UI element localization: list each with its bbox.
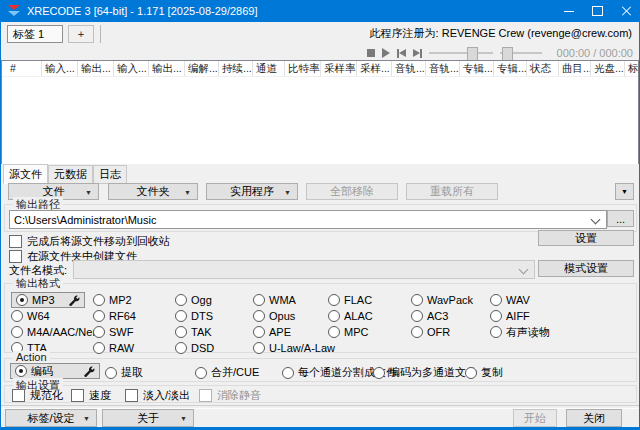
format-option-mp2[interactable]: MP2 [93,294,175,306]
format-option-wav[interactable]: WAV [490,294,550,306]
column-header[interactable]: 专辑... [494,61,527,76]
pattern-settings-button[interactable]: 模式设置 [538,260,634,277]
column-header[interactable]: 曲目... [559,61,591,76]
format-option-audiobook[interactable]: 有声读物 [490,325,550,340]
format-option-mp3[interactable]: MP3 [11,292,85,308]
column-header[interactable]: 输出... [149,61,185,76]
close-window-button[interactable]: 关闭 [566,409,622,427]
start-button[interactable]: 开始 [513,409,557,427]
format-option-wma[interactable]: WMA [253,294,328,306]
tab-log[interactable]: 日志 [93,165,127,184]
column-header[interactable]: 比特率 [285,61,321,76]
format-option-swf[interactable]: SWF [93,326,175,338]
utilities-button[interactable]: 实用程序▼ [206,183,298,200]
remove-all-button[interactable]: 全部移除 [306,183,398,200]
format-grid: MP3 MP2 Ogg WMA FLAC WavPack WAV W64 RF6… [11,292,550,356]
column-header[interactable]: 标题 [625,61,640,76]
tab-metadata[interactable]: 元数据 [48,165,93,184]
action-option-extract[interactable]: 提取 [105,365,143,380]
action-option-merge-cue[interactable]: 合并/CUE [195,365,259,380]
column-header[interactable]: 专辑... [460,61,494,76]
radio-icon [175,342,187,354]
slider-thumb[interactable] [467,47,478,61]
tab-label-1[interactable]: 标签 1 [7,25,63,43]
column-header[interactable]: 音轨... [426,61,460,76]
column-header[interactable]: # [2,61,42,76]
dropdown-arrow-icon: ▼ [184,188,191,195]
close-button[interactable] [612,0,640,22]
checkbox-icon [9,250,22,263]
format-option-aiff[interactable]: AIFF [490,310,550,322]
format-option-raw[interactable]: RAW [93,342,175,354]
add-tab-button[interactable]: + [68,25,94,43]
format-option-ape[interactable]: APE [253,326,328,338]
previous-track-icon[interactable] [397,49,406,58]
format-option-ogg[interactable]: Ogg [175,294,253,306]
action-option-encode[interactable]: 编码 [10,363,100,379]
format-option-ac3[interactable]: AC3 [411,310,490,322]
volume-slider[interactable] [429,46,493,60]
format-option-ofr[interactable]: OFR [411,326,490,338]
chevron-down-icon[interactable] [591,215,601,225]
format-option-dsd[interactable]: DSD [175,342,253,354]
tab-source-files[interactable]: 源文件 [3,164,48,184]
format-option-flac[interactable]: FLAC [328,294,411,306]
browse-button[interactable]: ... [607,210,634,227]
radio-icon [93,326,105,338]
format-option-alac[interactable]: ALAC [328,310,411,322]
format-option-ulaw-alaw[interactable]: U-Law/A-Law [253,342,328,354]
registration-text: 此程序注册为: REVENGE Crew (revenge@crew.com) [370,26,632,41]
pane-tabs: 源文件 元数据 日志 [3,164,127,184]
column-header[interactable]: 编解... [185,61,219,76]
radio-icon [175,310,187,322]
action-group: Action 编码 提取 合并/CUE 每个通道分割成文件 编码为多通道文件 复… [4,358,637,382]
settings-button[interactable]: 设置 [538,230,634,246]
next-track-icon[interactable] [413,49,422,58]
play-icon[interactable] [382,48,390,58]
format-option-mpc[interactable]: MPC [328,326,411,338]
tags-presets-button[interactable]: 标签/设定▼ [5,409,97,427]
filename-pattern-combobox[interactable] [73,260,535,279]
dropdown-arrow-icon: ▼ [83,415,90,422]
format-option-rf64[interactable]: RF64 [93,310,175,322]
column-header[interactable]: 输入... [114,61,149,76]
move-to-recycle-checkbox[interactable]: 完成后将源文件移动到回收站 [9,234,170,249]
column-header[interactable]: 光盘... [591,61,625,76]
speed-checkbox[interactable]: 速度 [71,388,111,403]
format-option-wavpack[interactable]: WavPack [411,294,490,306]
format-option-m4a-aac-nero[interactable]: M4A/AAC/Nero [11,326,93,338]
column-header[interactable]: 音轨... [392,61,426,76]
maximize-button[interactable] [583,0,612,22]
format-option-w64[interactable]: W64 [11,310,93,322]
slider-thumb[interactable] [502,47,513,61]
column-header[interactable]: 状态 [527,61,559,76]
column-header[interactable]: 输入... [42,61,78,76]
fade-in-out-checkbox[interactable]: 淡入/淡出 [125,388,190,403]
folder-button[interactable]: 文件夹▼ [108,183,198,200]
more-options-button[interactable]: ▼ [615,183,634,200]
minimize-button[interactable] [554,0,583,22]
about-button[interactable]: 关于▼ [102,409,194,427]
reload-all-button[interactable]: 重载所有 [406,183,498,200]
format-option-tak[interactable]: TAK [175,326,253,338]
radio-icon [93,342,105,354]
wrench-icon[interactable] [69,295,80,308]
stop-icon[interactable] [367,49,375,57]
output-path-combobox[interactable]: C:\Users\Administrator\Music [9,210,607,229]
column-header[interactable]: 采样... [357,61,392,76]
column-header[interactable]: 采样率 [321,61,357,76]
action-option-encode-multichannel[interactable]: 编码为多通道文件 [373,365,477,380]
action-option-copy[interactable]: 复制 [465,365,503,380]
silence-removal-checkbox[interactable]: 消除静音 [199,388,261,403]
normalize-checkbox[interactable]: 规范化 [12,388,63,403]
file-list[interactable]: # 输入... 输出... 输入... 输出... 编解... 持续... 通道… [1,60,639,164]
wrench-icon[interactable] [84,366,95,379]
format-option-dts[interactable]: DTS [175,310,253,322]
column-header[interactable]: 持续... [219,61,253,76]
chevron-down-icon [519,265,529,275]
file-list-body[interactable] [2,77,638,164]
column-header[interactable]: 通道 [253,61,285,76]
column-header[interactable]: 输出... [78,61,114,76]
format-option-opus[interactable]: Opus [253,310,328,322]
seek-slider[interactable] [500,46,542,60]
